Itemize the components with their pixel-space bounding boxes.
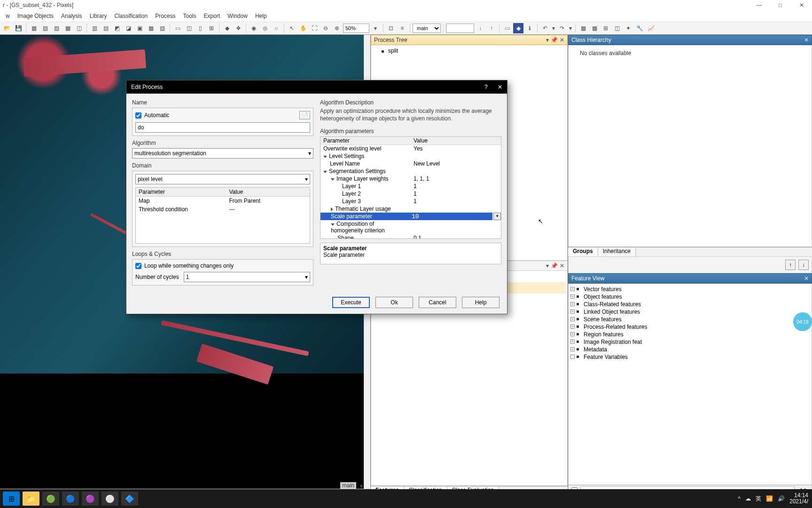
expand-icon[interactable]: + <box>570 294 575 299</box>
tool-icon[interactable]: ◆ <box>222 23 232 33</box>
layout-icon[interactable]: ▯ <box>195 23 205 33</box>
domain-combo[interactable]: pixel level ▾ <box>135 174 310 184</box>
menu-item[interactable]: Process <box>151 12 179 20</box>
app-icon[interactable]: ⚪ <box>102 492 118 506</box>
chevron-up-icon[interactable]: ^ <box>738 495 741 502</box>
tool-icon[interactable]: ◪ <box>123 23 133 33</box>
chevron-down-icon[interactable]: ▾ <box>551 23 556 33</box>
expand-icon[interactable]: + <box>570 325 575 329</box>
expand-icon[interactable] <box>570 355 575 359</box>
collapse-icon[interactable] <box>331 223 335 226</box>
tool-icon[interactable]: ▭ <box>502 23 512 33</box>
down-arrow-button[interactable]: ↓ <box>798 260 809 270</box>
zoom-in-icon[interactable]: ⊕ <box>332 23 342 33</box>
app-icon[interactable]: 🔷 <box>121 492 138 506</box>
loop-checkbox[interactable]: Loop while something changes only <box>135 262 310 269</box>
checkbox[interactable] <box>135 112 141 119</box>
list-item[interactable]: +Class-Related features <box>570 301 810 308</box>
close-icon[interactable]: ✕ <box>804 275 809 282</box>
pan-icon[interactable]: ✋ <box>298 23 308 33</box>
up-arrow-button[interactable]: ↑ <box>785 260 796 270</box>
menu-item[interactable]: Window <box>224 12 251 20</box>
list-item[interactable]: +Metadata <box>570 346 810 353</box>
expand-icon[interactable] <box>331 207 333 211</box>
tool-icon[interactable]: ▤ <box>101 23 111 33</box>
chevron-down-icon[interactable]: ▾ <box>493 213 501 220</box>
tool-icon[interactable]: ▣ <box>134 23 145 33</box>
wrench-icon[interactable]: 🔧 <box>634 23 645 33</box>
feature-view-body[interactable]: +Vector features +Object features +Class… <box>568 284 812 485</box>
help-icon[interactable]: ? <box>484 84 488 90</box>
expand-icon[interactable]: + <box>570 302 575 306</box>
tool-icon[interactable]: ▧ <box>157 23 167 33</box>
chart-icon[interactable]: 📈 <box>646 23 656 33</box>
zoom-fit-icon[interactable]: ⛶ <box>309 23 320 33</box>
tool-icon[interactable]: ▧ <box>40 23 50 33</box>
close-icon[interactable]: ✕ <box>498 84 502 90</box>
close-icon[interactable]: ✕ <box>560 262 564 269</box>
redo-icon[interactable]: ↷ <box>557 23 567 33</box>
menu-item[interactable]: Export <box>200 12 224 20</box>
pointer-icon[interactable]: ↖ <box>287 23 297 33</box>
ok-button[interactable]: Ok <box>375 297 413 308</box>
table-row[interactable]: Layer 31 <box>320 198 501 205</box>
layout-icon[interactable]: ⊞ <box>206 23 217 33</box>
dropdown-icon[interactable]: ▾ <box>546 37 549 43</box>
tool-icon[interactable]: ⊡ <box>386 23 396 33</box>
group-row[interactable]: Level Settings <box>320 152 501 160</box>
menu-item[interactable]: Help <box>251 12 271 20</box>
table-row[interactable]: Image Layer weights1, 1, 1 <box>320 175 501 183</box>
panel-header[interactable]: Class Hierarchy ✕ <box>568 35 812 45</box>
tool-icon[interactable]: ≡ <box>397 23 407 33</box>
list-item[interactable]: +Image Registration feat <box>570 338 810 346</box>
list-item[interactable]: Feature Variables <box>570 353 810 361</box>
layer-combo[interactable]: main <box>413 24 441 33</box>
zoom-out-icon[interactable]: ⊖ <box>320 23 331 33</box>
menu-item[interactable]: Classification <box>110 12 151 20</box>
table-row[interactable]: Thematic Layer usage <box>320 205 501 213</box>
expand-icon[interactable]: + <box>570 340 575 344</box>
volume-icon[interactable]: 🔊 <box>778 495 785 502</box>
tool-icon[interactable]: ▥ <box>89 23 100 33</box>
collapse-icon[interactable] <box>331 178 335 181</box>
tool-icon[interactable]: ▨ <box>51 23 62 33</box>
list-item[interactable]: +Process-Related features <box>570 323 810 331</box>
layout-icon[interactable]: ▭ <box>172 23 183 33</box>
scale-parameter-input[interactable] <box>411 213 492 220</box>
list-item[interactable]: +Linked Object features <box>570 308 810 316</box>
document-icon[interactable]: 📄 <box>299 111 310 119</box>
pin-icon[interactable]: 📌 <box>551 37 558 43</box>
close-button[interactable]: ✕ <box>791 0 812 10</box>
down-arrow-icon[interactable]: ↓ <box>475 23 485 33</box>
cycles-combo[interactable]: 1 ▾ <box>184 272 310 282</box>
panel-header[interactable]: Feature View ✕ <box>568 273 812 284</box>
close-icon[interactable]: ✕ <box>560 37 564 43</box>
close-icon[interactable]: ✕ <box>804 37 809 43</box>
menu-item[interactable]: Analysis <box>57 12 86 20</box>
dropdown-icon[interactable]: ▾ <box>546 262 549 269</box>
minimize-button[interactable]: — <box>749 0 770 10</box>
start-button[interactable]: ⊞ <box>3 492 20 506</box>
explorer-icon[interactable]: 📁 <box>23 492 39 506</box>
group-row[interactable]: Composition of homogeneity criterion <box>320 220 501 234</box>
group-row[interactable]: Segmentation Settings <box>320 167 501 175</box>
tool-icon[interactable]: ◎ <box>260 23 270 33</box>
table-row[interactable]: Threshold condition --- <box>136 205 310 214</box>
parameter-grid[interactable]: ParameterValue Overwrite existing levelY… <box>320 136 501 239</box>
tool-icon[interactable]: ◉ <box>249 23 259 33</box>
maximize-button[interactable]: □ <box>770 0 791 10</box>
edge-icon[interactable]: 🔵 <box>62 492 79 506</box>
expand-icon[interactable]: + <box>570 310 575 314</box>
undo-icon[interactable]: ↶ <box>540 23 550 33</box>
layout-icon[interactable]: ◫ <box>184 23 194 33</box>
tool-icon[interactable]: ◫ <box>612 23 622 33</box>
checkbox[interactable] <box>135 263 141 269</box>
menu-item[interactable]: w <box>2 12 14 20</box>
expand-icon[interactable]: + <box>570 347 575 351</box>
system-tray[interactable]: ^ ☁ 英 📶 🔊 14:14 2021/4/ <box>738 489 808 508</box>
list-item[interactable]: +Vector features <box>570 286 810 293</box>
up-arrow-icon[interactable]: ↑ <box>486 23 497 33</box>
help-button[interactable]: Help <box>462 297 500 308</box>
tool-icon[interactable]: ❖ <box>233 23 243 33</box>
table-row[interactable]: Layer 11 <box>320 183 501 190</box>
